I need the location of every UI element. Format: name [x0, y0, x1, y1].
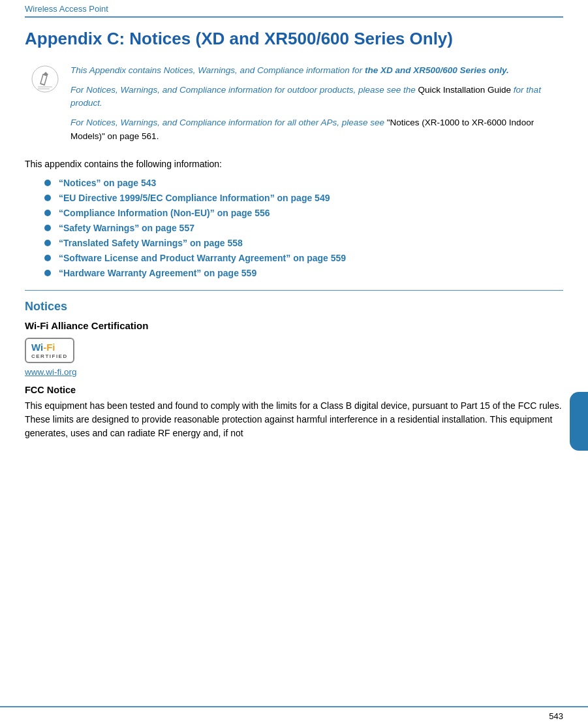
list-item[interactable]: “EU Directive 1999/5/EC Compliance Infor…	[44, 193, 563, 203]
bullet-dot	[44, 210, 51, 216]
wifi-logo-text: Wi-Fi	[31, 342, 68, 353]
svg-line-1	[40, 84, 44, 85]
wifi-logo: Wi-Fi CERTIFIED	[25, 338, 74, 363]
list-item[interactable]: “Safety Warnings” on page 557	[44, 223, 563, 233]
right-tab	[570, 392, 588, 451]
info-box: This Appendix contains Notices, Warnings…	[25, 64, 563, 150]
wifi-certified-text: CERTIFIED	[31, 353, 68, 359]
wifi-link[interactable]: www.wi-fi.org	[25, 367, 563, 377]
page-container: Wireless Access Point Appendix C: Notice…	[0, 0, 588, 440]
wifi-section-heading: Wi-Fi Alliance Certification	[25, 320, 563, 331]
bullet-dot	[44, 225, 51, 231]
footer-bar: 543	[0, 706, 588, 725]
list-item-label: “Translated Safety Warnings” on page 558	[59, 238, 243, 248]
bullet-dot	[44, 270, 51, 276]
list-item-label: “Hardware Warranty Agreement” on page 55…	[59, 268, 256, 278]
main-heading: Appendix C: Notices (XD and XR500/600 Se…	[25, 28, 563, 50]
list-item-label: “Software License and Product Warranty A…	[59, 253, 346, 263]
info-line-2: For Notices, Warnings, and Compliance in…	[70, 84, 557, 110]
note-icon	[31, 65, 64, 150]
list-item-label: “Compliance Information (Non-EU)” on pag…	[59, 208, 270, 218]
divider-line	[25, 290, 563, 291]
bullet-dot	[44, 255, 51, 261]
list-item[interactable]: “Compliance Information (Non-EU)” on pag…	[44, 208, 563, 218]
notices-section-heading: Notices	[25, 300, 563, 314]
list-item[interactable]: “Software License and Product Warranty A…	[44, 253, 563, 263]
list-item-label: “EU Directive 1999/5/EC Compliance Infor…	[59, 193, 330, 203]
wifi-fi-text: -Fi	[43, 342, 55, 353]
fcc-notice-heading: FCC Notice	[25, 385, 563, 395]
list-item-label: “Notices” on page 543	[59, 178, 156, 188]
footer-page-number: 543	[549, 711, 563, 721]
svg-point-0	[32, 66, 58, 92]
list-item[interactable]: “Hardware Warranty Agreement” on page 55…	[44, 268, 563, 278]
list-item[interactable]: “Translated Safety Warnings” on page 558	[44, 238, 563, 248]
info-line-1: This Appendix contains Notices, Warnings…	[70, 64, 557, 77]
wifi-wi-text: Wi	[31, 342, 43, 353]
bullet-dot	[44, 240, 51, 246]
bullet-dot	[44, 195, 51, 201]
fcc-notice-body: This equipment has been tested and found…	[25, 399, 563, 440]
wifi-logo-container: Wi-Fi CERTIFIED	[25, 338, 563, 367]
info-line-3: For Notices, Warnings, and Compliance in…	[70, 116, 557, 143]
list-item-label: “Safety Warnings” on page 557	[59, 223, 194, 233]
list-item[interactable]: “Notices” on page 543	[44, 178, 563, 188]
header-title: Wireless Access Point	[25, 4, 108, 14]
body-intro: This appendix contains the following inf…	[25, 157, 563, 171]
bullet-list: “Notices” on page 543 “EU Directive 1999…	[44, 178, 563, 278]
header-bar: Wireless Access Point	[25, 0, 563, 18]
info-text-block: This Appendix contains Notices, Warnings…	[70, 64, 557, 150]
bullet-dot	[44, 180, 51, 186]
